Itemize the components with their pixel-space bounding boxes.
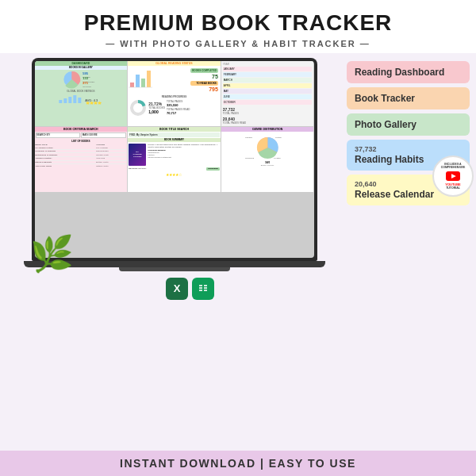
pages-read-stat: 20,640 — [355, 180, 434, 188]
svg-rect-8 — [63, 98, 67, 103]
total-pages-stat: 37,732 — [355, 145, 424, 153]
book-tracker-label: Book Tracker — [355, 93, 415, 104]
feature-book-tracker[interactable]: Book Tracker — [347, 87, 470, 109]
total-pages-read-big-label: TOTAL PAGES READ — [223, 121, 313, 125]
stat-april: APRIL — [223, 83, 313, 88]
page-container: PREMIUM BOOK TRACKER — WITH PHOTO GALLER… — [0, 0, 476, 476]
to-read-val: 795 — [190, 86, 218, 92]
dashboard-grid: DASHBOARD BOOKS IN GALLERY 595 OWNED 13 — [35, 61, 314, 258]
laptop-stand — [119, 267, 230, 271]
book-title-search-title: BOOK TITLE SEARCH — [128, 127, 221, 132]
svg-text:Fiction: Fiction — [275, 136, 282, 139]
svg-rect-30 — [204, 285, 207, 286]
main-genre-label: MAIN GENRE — [81, 132, 126, 138]
svg-rect-27 — [199, 285, 202, 286]
excel-label: X — [174, 282, 181, 294]
screen-inner: DASHBOARD BOOKS IN GALLERY 595 OWNED 13 — [35, 61, 314, 258]
svg-rect-32 — [204, 290, 207, 291]
year-label: YEAR — [223, 63, 313, 66]
book-cover: MYVAMPIRESYSTEM — [129, 144, 146, 166]
total-pages-read-val: 70,717 — [167, 111, 190, 115]
laptop-wrapper: DASHBOARD BOOKS IN GALLERY 595 OWNED 13 — [24, 58, 325, 274]
stat-may: MAY — [223, 89, 313, 94]
search-input-display: FIND: My Vampire System — [129, 132, 220, 137]
subtitle: — WITH PHOTO GALLERY & HABIT TRACKER — — [8, 39, 468, 48]
total-books-val: 1,000 — [148, 109, 165, 114]
svg-text:Mystery: Mystery — [274, 157, 282, 159]
book-notes: NOTES: The plot takes turns and twists. … — [148, 144, 220, 149]
svg-text:Fantasy: Fantasy — [245, 136, 253, 139]
bottom-text: INSTANT DOWNLOAD | EASY TO USE — [8, 457, 468, 470]
excel-icon[interactable]: X — [166, 278, 188, 300]
youtube-badge[interactable]: INCLUDES A COMPREHENSIVE YOUTUBE TUTORIA… — [432, 155, 474, 197]
book-count-label: BOOK COUNT — [221, 164, 314, 167]
stat-october: OCTOBER — [223, 100, 313, 105]
cell-book-title-search: BOOK TITLE SEARCH FIND: My Vampire Syste… — [128, 127, 221, 192]
pie-chart: 595 OWNED 133 BORROWED 271 WAITING — [35, 70, 128, 89]
cell-genre-distribution: GENRE DISTRIBUTION Fantasy Fiction R — [221, 127, 314, 192]
badge-includes: INCLUDES A COMPREHENSIVE — [434, 163, 472, 170]
svg-rect-16 — [141, 79, 145, 87]
svg-rect-15 — [136, 75, 140, 87]
books-completed-val: 75 — [190, 74, 218, 79]
feature-photo-gallery[interactable]: Photo Gallery — [347, 113, 470, 136]
main-title: PREMIUM BOOK TRACKER — [8, 11, 468, 36]
laptop-area: DASHBOARD BOOKS IN GALLERY 595 OWNED 13 — [6, 58, 342, 447]
status-completed: Completed — [206, 167, 220, 171]
svg-text:Romance: Romance — [245, 157, 254, 159]
plant-decoration: 🌿 — [30, 233, 74, 274]
app-icons-row: X — [134, 278, 214, 300]
ratings-bar-chart: AVG: 4.3 ⭐⭐⭐⭐ — [35, 94, 128, 105]
svg-rect-10 — [73, 95, 76, 103]
feature-reading-dashboard[interactable]: Reading Dashboard — [347, 61, 470, 83]
stat-january: JANUARY — [223, 67, 313, 71]
book-title-col: BOOK TITLE — [36, 144, 96, 146]
stat-june: JUNE — [223, 94, 313, 99]
svg-text:595: 595 — [83, 71, 88, 75]
books-completed-label: BOOKS COMPLETED — [190, 68, 218, 73]
photo-gallery-label: Photo Gallery — [355, 119, 416, 130]
cell-stats-panel: YEAR JANUARY FEBRUARY MARCH APRIL MAY JU… — [221, 61, 314, 126]
donut-chart — [129, 99, 147, 117]
svg-rect-29 — [199, 290, 202, 291]
author-col: AUTHOR — [96, 144, 126, 146]
sheets-svg — [196, 282, 210, 296]
stat-february: FEBRUARY — [223, 72, 313, 77]
svg-rect-11 — [78, 98, 81, 103]
main-area: DASHBOARD BOOKS IN GALLERY 595 OWNED 13 — [0, 53, 476, 447]
cell-book-criteria: BOOK CRITERIA SEARCH SEARCH BY MAIN GENR… — [35, 127, 128, 192]
bottom-bar: INSTANT DOWNLOAD | EASY TO USE — [0, 451, 476, 476]
youtube-icon — [446, 171, 460, 181]
svg-rect-9 — [68, 97, 71, 103]
sheets-icon[interactable] — [192, 278, 214, 300]
svg-rect-31 — [204, 287, 207, 289]
release-calendar-label: Release Calendar — [355, 189, 434, 200]
cell-reading-status: GLOBAL READING STATUS — [128, 61, 221, 126]
svg-rect-7 — [59, 100, 62, 103]
genre-pie: Fantasy Fiction Romance Mystery — [221, 132, 314, 159]
reading-status-bars — [129, 67, 152, 89]
svg-text:133: 133 — [83, 76, 88, 80]
book-row-6: The Sylvan James Natalie Martin — [36, 164, 127, 167]
svg-rect-14 — [130, 83, 134, 87]
reading-habits-label: Reading Habits — [355, 154, 424, 165]
total-pages-big-label: TOTAL PAGES — [223, 112, 313, 115]
right-sidebar: Reading Dashboard Book Tracker Photo Gal… — [347, 58, 470, 447]
to-read-label: TO READ BOOKS — [190, 81, 218, 86]
svg-text:271: 271 — [83, 81, 88, 85]
reading-status-label: READING STATUS: — [129, 167, 146, 171]
laptop-screen: DASHBOARD BOOKS IN GALLERY 595 OWNED 13 — [32, 58, 317, 261]
stat-march: MARCH — [223, 78, 313, 83]
tag-strong-fp: Strong Female Protagonist — [148, 156, 220, 159]
svg-rect-17 — [147, 71, 151, 87]
total-pages-val: 325,550 — [167, 103, 190, 107]
svg-rect-28 — [199, 287, 202, 289]
svg-text:⭐⭐⭐⭐: ⭐⭐⭐⭐ — [86, 101, 102, 105]
star-rating: ★★★★☆ — [128, 171, 221, 178]
book-summary-label: BOOK SUMMARY — [128, 138, 221, 142]
header: PREMIUM BOOK TRACKER — WITH PHOTO GALLER… — [0, 0, 476, 53]
badge-tutorial: TUTORIAL — [446, 186, 460, 190]
svg-text:WAITING: WAITING — [83, 85, 91, 87]
reading-dashboard-label: Reading Dashboard — [355, 67, 444, 78]
search-by-label: SEARCH BY — [36, 132, 81, 138]
